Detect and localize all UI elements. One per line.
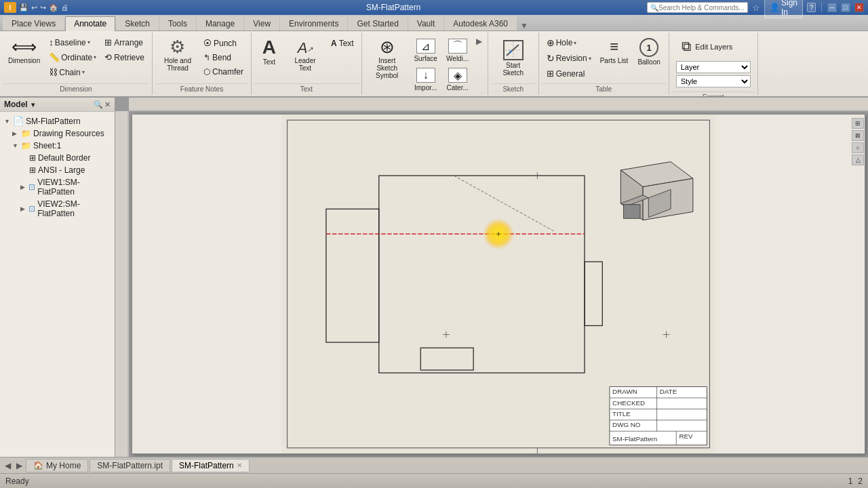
text-small-button[interactable]: A Text [328, 37, 357, 50]
leader-text-button[interactable]: A↗ Leader Text [284, 35, 326, 75]
import-button[interactable]: ↓ Impor... [410, 66, 441, 94]
text-small-icon: A [331, 39, 337, 48]
chamfer-button[interactable]: ⬡ Chamfer [200, 65, 247, 79]
tab-view[interactable]: View [244, 16, 279, 30]
edit-layers-button[interactable]: ⧉ Edit Layers [673, 35, 741, 58]
tree-item-drawing-resources[interactable]: ▶ 📁 Drawing Resources [11, 127, 112, 140]
left-panel: Model ▾ 🔍 ✕ ▼ 📄 SM-FlatPattern ▶ 📁 Drawi… [0, 98, 115, 457]
tab-sm-flatpattern-ipt[interactable]: SM-FlatPattern.ipt [90, 459, 170, 472]
tree-item-ansi-large[interactable]: ⊞ ANSI - Large [19, 164, 112, 176]
close-button[interactable]: ✕ [854, 3, 864, 12]
help-button[interactable]: ? [807, 3, 816, 12]
nav-btn-3[interactable]: ○ [852, 142, 864, 153]
nav-btn-1[interactable]: ⊞ [852, 118, 864, 129]
retrieve-button[interactable]: ⟲ Retrieve [101, 50, 148, 64]
tree-item-view2[interactable]: ▶ ⊡ VIEW2:SM-FlatPatten [19, 198, 112, 220]
qat-save-icon[interactable]: 💾 [19, 3, 28, 12]
dimension-group-label: Dimension [3, 83, 149, 94]
chain-button[interactable]: ⛓ Chain ▾ [45, 65, 100, 79]
svg-text:REV: REV [679, 432, 693, 440]
hole-table-button[interactable]: ⊕ Hole ▾ [543, 35, 595, 50]
hole-dropdown-arrow: ▾ [574, 40, 576, 46]
ordinate-button[interactable]: 📏 Ordinate ▾ [45, 50, 100, 64]
revision-dropdown-arrow: ▾ [589, 56, 591, 62]
revision-button[interactable]: ↻ Revision ▾ [543, 51, 595, 66]
ribbon-group-symbols: ⊛ Insert Sketch Symbol ⊿ Surface ⌒ Weldi… [362, 33, 488, 95]
tab-tools[interactable]: Tools [159, 16, 196, 30]
baseline-icon: ↕ [49, 37, 54, 47]
start-sketch-button[interactable]: Start Sketch [492, 37, 534, 79]
status-right: 1 2 [848, 476, 863, 486]
tree-item-root[interactable]: ▼ 📄 SM-FlatPattern [3, 115, 112, 127]
cater-button[interactable]: ◈ Cater... [443, 66, 473, 94]
parts-list-icon: ≡ [610, 38, 618, 56]
style-dropdown[interactable]: Style [676, 75, 751, 87]
ribbon-group-table: ⊕ Hole ▾ ↻ Revision ▾ ⊞ General ≡ Parts … [539, 33, 669, 95]
tab-get-started[interactable]: Get Started [348, 16, 407, 30]
qat-undo-icon[interactable]: ↩ [31, 3, 37, 12]
ribbon: ⟺ Dimension ↕ Baseline ▾ 📏 Ordinate ▾ ⛓ … [0, 31, 868, 98]
canvas-area[interactable]: ⊞ ⊠ ○ △ [115, 98, 868, 457]
tab-nav-left[interactable]: ◀ [3, 461, 13, 470]
qat-redo-icon[interactable]: ↪ [40, 3, 46, 12]
welding-button[interactable]: ⌒ Weldi... [443, 37, 473, 64]
maximize-button[interactable]: □ [841, 3, 850, 12]
parts-list-button[interactable]: ≡ Parts List [596, 35, 633, 67]
tab-environments[interactable]: Environments [280, 16, 347, 30]
tab-sm-flatpattern[interactable]: SM-FlatPattern ✕ [172, 459, 250, 472]
arrange-button[interactable]: ⊞ Arrange [101, 35, 148, 49]
chain-icon: ⛓ [49, 67, 58, 77]
table-group-label: Table [542, 83, 666, 94]
ordinate-dropdown-arrow: ▾ [94, 54, 96, 60]
tab-my-home[interactable]: 🏠 My Home [26, 459, 88, 472]
tree-item-sheet1[interactable]: ▼ 📁 Sheet:1 [11, 140, 112, 152]
ribbon-menu-btn[interactable]: ▼ [520, 21, 528, 30]
model-dropdown-arrow[interactable]: ▾ [31, 101, 35, 108]
format-group-label: Format [672, 92, 755, 98]
bend-icon: ↰ [203, 53, 210, 62]
insert-sketch-symbol-button[interactable]: ⊛ Insert Sketch Symbol [366, 35, 408, 82]
tree-arrow-root: ▼ [4, 118, 11, 125]
qat-print-icon[interactable]: 🖨 [61, 3, 68, 12]
nav-buttons: ⊞ ⊠ ○ △ [852, 118, 864, 165]
tree-icon-view1: ⊡ [28, 182, 35, 192]
baseline-button[interactable]: ↕ Baseline ▾ [45, 35, 100, 49]
punch-button[interactable]: ⦿ Punch [200, 37, 247, 50]
balloon-button[interactable]: 1 Balloon [633, 35, 664, 68]
tab-autodesk-a360[interactable]: Autodesk A360 [444, 16, 517, 30]
layer-dropdown[interactable]: Layer [676, 61, 751, 73]
star-icon[interactable]: ☆ [752, 3, 760, 13]
tab-annotate[interactable]: Annotate [65, 16, 115, 31]
nav-btn-2[interactable]: ⊠ [852, 130, 864, 141]
revision-icon: ↻ [547, 53, 555, 64]
symbols-expand-button[interactable]: ▶ [475, 35, 484, 47]
drawing-sheet: DRAWN DATE CHECKED TITLE DWG NO REV SM-F… [132, 114, 865, 454]
bend-button[interactable]: ↰ Bend [200, 51, 247, 64]
surface-button[interactable]: ⊿ Surface [410, 37, 441, 64]
minimize-button[interactable]: ─ [827, 3, 837, 12]
hole-thread-button[interactable]: ⚙ Hole and Thread [157, 35, 199, 75]
tree-item-default-border[interactable]: ⊞ Default Border [19, 152, 112, 164]
sign-in-button[interactable]: 👤 Sign In [764, 0, 803, 18]
tab-vault[interactable]: Vault [408, 16, 443, 30]
user-icon: 👤 [770, 3, 780, 12]
tree-icon-view2: ⊡ [28, 204, 35, 214]
text-button[interactable]: A Text [256, 35, 283, 68]
cater-icon: ◈ [448, 68, 467, 83]
search-box[interactable]: 🔍 [647, 2, 748, 13]
search-input[interactable] [658, 4, 745, 12]
tab-close-icon[interactable]: ✕ [237, 462, 242, 469]
nav-btn-4[interactable]: △ [852, 155, 864, 165]
qat-home-icon[interactable]: 🏠 [49, 3, 58, 12]
tab-place-views[interactable]: Place Views [3, 16, 64, 30]
tree-item-view1[interactable]: ▶ ⊡ VIEW1:SM-FlatPatten [19, 176, 112, 198]
tab-manage[interactable]: Manage [197, 16, 243, 30]
general-button[interactable]: ⊞ General [543, 66, 595, 81]
dimension-button[interactable]: ⟺ Dimension [4, 35, 44, 67]
tab-nav-right[interactable]: ▶ [14, 461, 24, 470]
tree-label-view1: VIEW1:SM-FlatPatten [37, 178, 111, 197]
model-close-icon[interactable]: ✕ [104, 100, 111, 109]
model-search-icon[interactable]: 🔍 [94, 100, 103, 109]
model-header: Model ▾ 🔍 ✕ [0, 98, 115, 112]
tab-sketch[interactable]: Sketch [116, 16, 159, 30]
